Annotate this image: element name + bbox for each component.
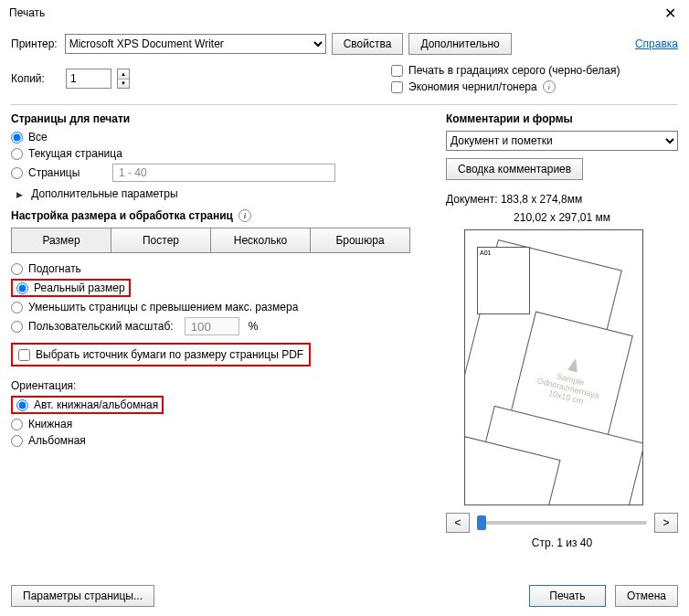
fit-label: Подогнать bbox=[28, 262, 81, 275]
page-indicator: Стр. 1 из 40 bbox=[446, 536, 678, 549]
grayscale-checkbox-row[interactable]: Печать в градациях серого (черно-белая) bbox=[391, 64, 620, 77]
ink-saving-checkbox-row[interactable]: Экономия чернил/тонера i bbox=[391, 80, 620, 93]
copies-label: Копий: bbox=[11, 72, 58, 85]
prev-page-button[interactable]: < bbox=[446, 513, 470, 533]
print-preview: A01 Sample Odnorazmernaya 10x10 cm bbox=[464, 229, 643, 505]
ink-saving-checkbox[interactable] bbox=[391, 81, 403, 93]
custom-scale-radio[interactable] bbox=[11, 321, 23, 333]
titlebar: Печать ✕ bbox=[0, 0, 689, 26]
paper-dimensions: 210,02 x 297,01 мм bbox=[446, 211, 678, 224]
copies-input[interactable] bbox=[66, 69, 111, 89]
pages-all-radio[interactable] bbox=[11, 132, 23, 143]
printer-select[interactable]: Microsoft XPS Document Writer bbox=[65, 34, 326, 54]
paper-source-label: Выбрать источник бумаги по размеру стран… bbox=[36, 348, 303, 361]
pages-range-radio[interactable] bbox=[11, 167, 23, 179]
size-button[interactable]: Размер bbox=[11, 228, 111, 253]
document-dimensions: Документ: 183,8 x 274,8мм bbox=[446, 193, 678, 206]
info-icon[interactable]: i bbox=[543, 80, 556, 93]
poster-button[interactable]: Постер bbox=[111, 228, 211, 253]
pages-current-radio[interactable] bbox=[11, 148, 23, 160]
actual-size-radio[interactable] bbox=[16, 282, 28, 294]
orientation-portrait-label: Книжная bbox=[28, 418, 72, 430]
shrink-row[interactable]: Уменьшить страницы с превышением макс. р… bbox=[11, 301, 431, 313]
booklet-button[interactable]: Брошюра bbox=[310, 228, 410, 253]
cancel-button[interactable]: Отмена bbox=[615, 585, 678, 607]
more-options-disclosure[interactable]: Дополнительные параметры bbox=[16, 187, 431, 200]
grayscale-checkbox[interactable] bbox=[391, 65, 403, 77]
custom-scale-row[interactable]: Пользовательский масштаб: % bbox=[11, 317, 431, 335]
print-button[interactable]: Печать bbox=[529, 585, 606, 607]
spinner-up-icon[interactable]: ▲ bbox=[118, 69, 129, 80]
page-setup-button[interactable]: Параметры страницы... bbox=[11, 585, 154, 607]
preview-page-label: A01 bbox=[477, 247, 530, 314]
comments-header: Комментарии и формы bbox=[446, 112, 678, 125]
pages-header: Страницы для печати bbox=[11, 112, 431, 125]
pages-range-input[interactable] bbox=[112, 164, 335, 182]
orientation-portrait-radio[interactable] bbox=[11, 419, 23, 430]
info-icon[interactable]: i bbox=[238, 209, 251, 222]
fit-radio[interactable] bbox=[11, 263, 23, 275]
properties-button[interactable]: Свойства bbox=[332, 33, 404, 55]
orientation-auto-label: Авт. книжная/альбомная bbox=[34, 398, 158, 411]
pages-all-label: Все bbox=[28, 131, 48, 143]
orientation-landscape-label: Альбомная bbox=[28, 434, 86, 447]
fit-row[interactable]: Подогнать bbox=[11, 262, 431, 275]
ink-saving-label: Экономия чернил/тонера bbox=[408, 80, 537, 93]
percent-label: % bbox=[249, 320, 259, 333]
next-page-button[interactable]: > bbox=[654, 513, 678, 533]
paper-source-checkbox[interactable] bbox=[18, 349, 30, 361]
pages-current-label: Текущая страница bbox=[28, 147, 122, 160]
custom-scale-label: Пользовательский масштаб: bbox=[28, 320, 174, 333]
sizing-mode-buttons: Размер Постер Несколько Брошюра bbox=[11, 228, 431, 253]
advanced-button[interactable]: Дополнительно bbox=[408, 33, 511, 55]
dialog-title: Печать bbox=[9, 6, 45, 19]
comments-select[interactable]: Документ и пометки bbox=[446, 131, 678, 151]
orientation-auto-radio[interactable] bbox=[16, 399, 28, 411]
orientation-landscape-radio[interactable] bbox=[11, 435, 23, 447]
pages-current-row[interactable]: Текущая страница bbox=[11, 147, 431, 160]
slider-thumb[interactable] bbox=[477, 515, 486, 530]
sizing-header: Настройка размера и обработка страниц bbox=[11, 209, 233, 222]
orientation-header: Ориентация: bbox=[11, 379, 431, 392]
spinner-down-icon[interactable]: ▼ bbox=[118, 80, 129, 89]
custom-scale-input bbox=[185, 317, 239, 335]
grayscale-label: Печать в градациях серого (черно-белая) bbox=[408, 64, 620, 77]
pages-all-row[interactable]: Все bbox=[11, 131, 431, 143]
pages-range-label: Страницы bbox=[28, 166, 107, 179]
multiple-button[interactable]: Несколько bbox=[210, 228, 311, 253]
pages-range-row[interactable]: Страницы bbox=[11, 164, 431, 182]
shrink-label: Уменьшить страницы с превышением макс. р… bbox=[28, 301, 298, 313]
summarize-comments-button[interactable]: Сводка комментариев bbox=[446, 158, 583, 180]
shrink-radio[interactable] bbox=[11, 302, 23, 313]
printer-label: Принтер: bbox=[11, 37, 58, 50]
page-slider[interactable] bbox=[477, 521, 647, 525]
orientation-portrait-row[interactable]: Книжная bbox=[11, 418, 431, 430]
help-link[interactable]: Справка bbox=[635, 37, 678, 50]
copies-spinner[interactable]: ▲ ▼ bbox=[117, 69, 130, 89]
actual-size-label: Реальный размер bbox=[34, 281, 125, 294]
orientation-landscape-row[interactable]: Альбомная bbox=[11, 434, 431, 447]
dress-icon bbox=[567, 357, 582, 373]
close-icon[interactable]: ✕ bbox=[659, 5, 682, 22]
